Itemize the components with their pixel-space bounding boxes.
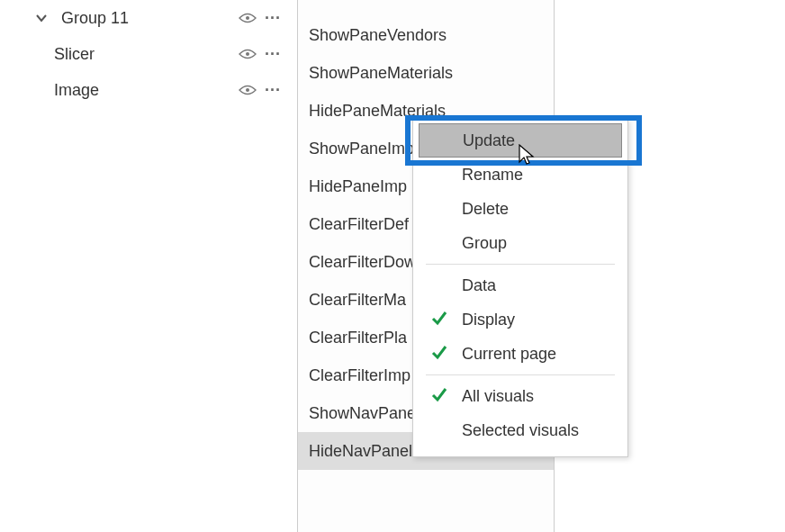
check-icon <box>431 344 447 365</box>
menu-label: All visuals <box>462 387 534 406</box>
bookmark-label: ClearFilterDow <box>309 253 416 272</box>
more-icon[interactable]: ··· <box>263 80 283 100</box>
menu-label: Data <box>462 276 496 295</box>
menu-label: Update <box>463 131 515 150</box>
bookmark-label: ClearFilterDef <box>309 215 409 234</box>
bookmark-label: ClearFilterPla <box>309 329 407 347</box>
item-label: Slicer <box>54 45 238 64</box>
bookmark-label: HidePaneMaterials <box>309 102 446 121</box>
bookmark-item[interactable]: ShowPaneMaterials <box>298 54 554 92</box>
menu-group[interactable]: Group <box>413 226 627 260</box>
more-icon[interactable]: ··· <box>263 8 283 28</box>
menu-label: Group <box>462 234 507 253</box>
tree-group-row[interactable]: Group 11 ··· <box>27 0 288 36</box>
menu-label: Display <box>462 311 515 329</box>
chevron-down-icon <box>32 9 50 27</box>
bookmark-label: ClearFilterImp <box>309 366 411 385</box>
item-label: Image <box>54 81 238 100</box>
menu-label: Selected visuals <box>462 421 579 440</box>
menu-update[interactable]: Update <box>419 123 622 158</box>
visibility-icon[interactable] <box>238 80 257 100</box>
bookmark-context-menu: Update Rename Delete Group Data Display … <box>412 119 628 457</box>
menu-all-visuals[interactable]: All visuals <box>413 379 627 413</box>
svg-point-2 <box>246 88 249 92</box>
bookmark-label: ShowPaneVendors <box>309 26 447 45</box>
bookmark-item[interactable]: ShowPaneVendors <box>298 16 554 54</box>
check-icon <box>431 386 447 407</box>
menu-data[interactable]: Data <box>413 268 627 302</box>
tree-item-slicer[interactable]: Slicer ··· <box>49 36 288 72</box>
group-label: Group 11 <box>61 9 238 28</box>
more-icon[interactable]: ··· <box>263 44 283 64</box>
check-icon <box>431 310 447 330</box>
visibility-icon[interactable] <box>238 8 257 28</box>
menu-selected-visuals[interactable]: Selected visuals <box>413 413 627 447</box>
bookmark-label: HideNavPanel <box>309 442 412 461</box>
visibility-icon[interactable] <box>238 44 257 64</box>
svg-point-0 <box>246 16 249 20</box>
bookmark-label: ClearFilterMa <box>309 291 406 310</box>
tree-item-image[interactable]: Image ··· <box>49 72 288 108</box>
svg-point-1 <box>246 52 249 56</box>
menu-current-page[interactable]: Current page <box>413 337 627 371</box>
menu-separator <box>426 264 615 265</box>
menu-rename[interactable]: Rename <box>413 158 627 192</box>
menu-display[interactable]: Display <box>413 302 627 337</box>
selection-pane: Group 11 ··· Slicer ··· Image ··· <box>27 0 288 108</box>
bookmark-label: ShowPaneImp <box>309 140 414 158</box>
menu-label: Rename <box>462 166 523 185</box>
bookmark-label: ShowPaneMaterials <box>309 64 453 83</box>
bookmark-label: HidePaneImp <box>309 177 407 196</box>
menu-label: Delete <box>462 200 509 219</box>
bookmark-label: ShowNavPane <box>309 404 416 423</box>
menu-delete[interactable]: Delete <box>413 192 627 226</box>
menu-separator <box>426 374 615 375</box>
menu-label: Current page <box>462 345 556 364</box>
